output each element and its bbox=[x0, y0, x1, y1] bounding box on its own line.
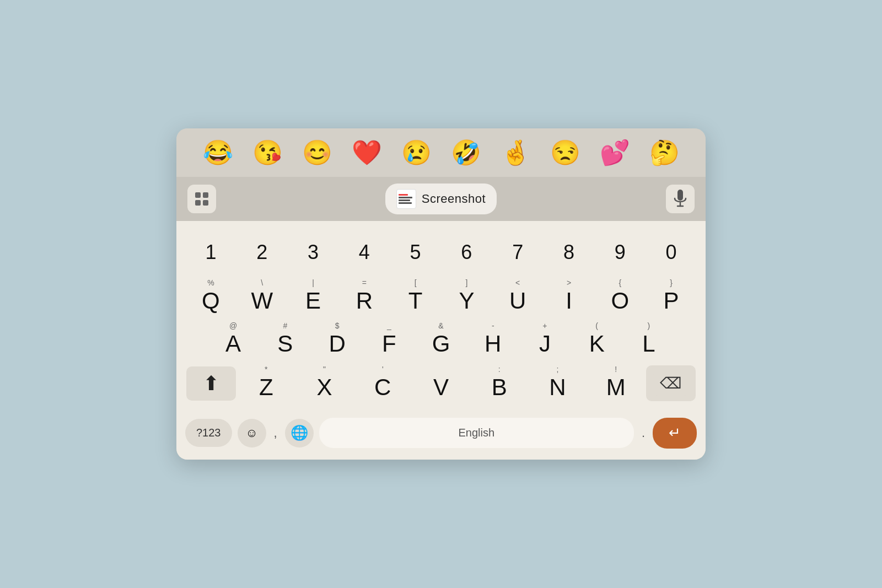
key-o[interactable]: {O bbox=[594, 276, 646, 318]
key-h[interactable]: -H bbox=[467, 319, 519, 361]
microphone-icon bbox=[673, 190, 687, 208]
key-3[interactable]: 3 bbox=[288, 232, 339, 273]
key-r[interactable]: =R bbox=[338, 276, 390, 318]
key-e[interactable]: |E bbox=[288, 276, 339, 318]
z-keys-group: *Z "X 'C V :B ;N !M bbox=[237, 363, 645, 404]
key-f[interactable]: _F bbox=[363, 319, 415, 361]
key-t[interactable]: [T bbox=[390, 276, 441, 318]
shift-icon: ⬆ bbox=[203, 372, 219, 395]
key-4[interactable]: 4 bbox=[338, 232, 390, 273]
key-z[interactable]: *Z bbox=[237, 363, 295, 404]
emoji-thinking[interactable]: 🤔 bbox=[649, 138, 680, 167]
enter-button[interactable]: ↵ bbox=[653, 418, 697, 449]
key-p[interactable]: }P bbox=[646, 276, 697, 318]
key-d[interactable]: $D bbox=[311, 319, 363, 361]
key-a[interactable]: @A bbox=[207, 319, 259, 361]
number-row: 1 2 3 4 5 6 7 8 9 0 bbox=[185, 232, 697, 273]
comma-key[interactable]: , bbox=[272, 422, 279, 445]
key-u[interactable]: <U bbox=[492, 276, 544, 318]
bottom-row: ?123 ☺ , 🌐 English . ↵ bbox=[176, 411, 706, 460]
key-x[interactable]: "X bbox=[295, 363, 354, 404]
qwerty-row: %Q \W |E =R [T ]Y <U >I {O }P bbox=[185, 276, 697, 318]
suggestion-thumbnail bbox=[396, 189, 416, 209]
key-j[interactable]: +J bbox=[519, 319, 571, 361]
emoji-smile[interactable]: 😊 bbox=[302, 138, 332, 167]
emoji-laughing[interactable]: 😂 bbox=[203, 138, 233, 167]
backspace-icon: ⌫ bbox=[653, 371, 689, 396]
key-i[interactable]: >I bbox=[544, 276, 595, 318]
key-s[interactable]: #S bbox=[259, 319, 311, 361]
svg-rect-0 bbox=[677, 190, 683, 201]
microphone-button[interactable] bbox=[666, 185, 695, 213]
enter-icon: ↵ bbox=[669, 424, 681, 441]
key-0[interactable]: 0 bbox=[646, 232, 697, 273]
key-2[interactable]: 2 bbox=[236, 232, 288, 273]
emoji-button[interactable]: ☺ bbox=[238, 419, 266, 447]
shift-button[interactable]: ⬆ bbox=[186, 366, 236, 401]
asdf-row: @A #S $D _F &G -H +J (K )L bbox=[185, 319, 697, 361]
emoji-unamused[interactable]: 😒 bbox=[550, 138, 580, 167]
key-k[interactable]: (K bbox=[571, 319, 623, 361]
backspace-button[interactable]: ⌫ bbox=[646, 365, 696, 401]
emoji-row: 😂 😘 😊 ❤️ 😢 🤣 🤞 😒 💕 🤔 bbox=[176, 128, 706, 177]
key-v[interactable]: V bbox=[412, 363, 470, 404]
spacebar[interactable]: English bbox=[319, 418, 634, 448]
key-w[interactable]: \W bbox=[236, 276, 288, 318]
key-b[interactable]: :B bbox=[470, 363, 529, 404]
suggestion-chip[interactable]: Screenshot bbox=[385, 184, 497, 214]
key-l[interactable]: )L bbox=[623, 319, 675, 361]
key-n[interactable]: ;N bbox=[529, 363, 587, 404]
key-m[interactable]: !M bbox=[587, 363, 645, 404]
key-7[interactable]: 7 bbox=[492, 232, 544, 273]
emoji-rofl[interactable]: 🤣 bbox=[451, 138, 481, 167]
num-switch-button[interactable]: ?123 bbox=[185, 419, 232, 447]
period-key[interactable]: . bbox=[639, 422, 647, 445]
key-8[interactable]: 8 bbox=[544, 232, 595, 273]
keyboard-container: 😂 😘 😊 ❤️ 😢 🤣 🤞 😒 💕 🤔 bbox=[176, 128, 706, 460]
key-5[interactable]: 5 bbox=[390, 232, 441, 273]
keys-area: 1 2 3 4 5 6 7 8 9 0 %Q \W |E =R [T ]Y <U… bbox=[176, 221, 706, 411]
apps-grid-icon bbox=[195, 192, 208, 206]
key-y[interactable]: ]Y bbox=[441, 276, 492, 318]
toolbar-row: Screenshot bbox=[176, 177, 706, 221]
key-g[interactable]: &G bbox=[415, 319, 467, 361]
key-6[interactable]: 6 bbox=[441, 232, 492, 273]
suggestion-text: Screenshot bbox=[422, 192, 486, 206]
emoji-kiss[interactable]: 😘 bbox=[252, 138, 283, 167]
emoji-fingers-crossed[interactable]: 🤞 bbox=[501, 138, 531, 167]
key-1[interactable]: 1 bbox=[185, 232, 236, 273]
emoji-cry[interactable]: 😢 bbox=[401, 138, 432, 167]
key-q[interactable]: %Q bbox=[185, 276, 236, 318]
emoji-heart[interactable]: ❤️ bbox=[352, 138, 382, 167]
key-9[interactable]: 9 bbox=[594, 232, 646, 273]
emoji-pink-heart[interactable]: 💕 bbox=[600, 138, 630, 167]
globe-button[interactable]: 🌐 bbox=[285, 419, 314, 447]
apps-button[interactable] bbox=[187, 185, 216, 213]
key-c[interactable]: 'C bbox=[353, 363, 412, 404]
zxcv-row: ⬆ *Z "X 'C V :B ;N !M ⌫ bbox=[185, 363, 697, 404]
